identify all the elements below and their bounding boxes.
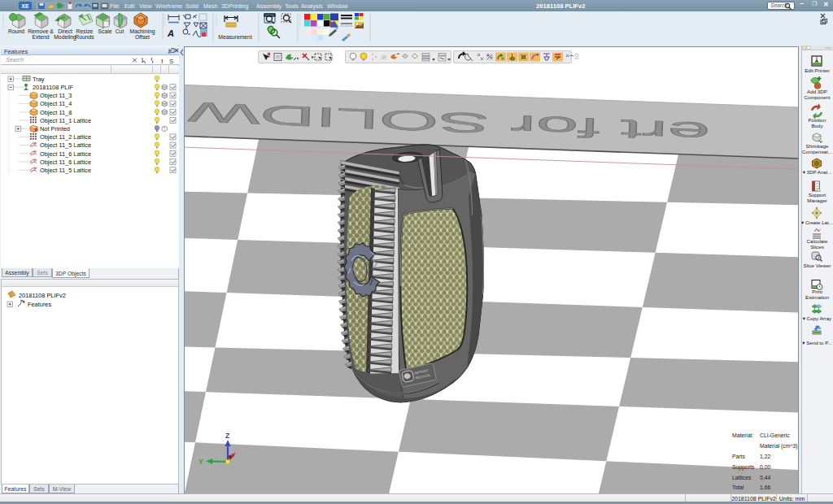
svg-text:Y: Y xyxy=(198,458,203,466)
svg-text:Object 11_5 Lattice: Object 11_5 Lattice xyxy=(40,167,91,174)
svg-text:CLI-Generic: CLI-Generic xyxy=(760,432,790,438)
svg-text:0,44: 0,44 xyxy=(760,475,770,480)
svg-text:Z: Z xyxy=(225,432,229,440)
svg-text:Object 11_2 Lattice: Object 11_2 Lattice xyxy=(40,133,91,141)
svg-text:Material:: Material: xyxy=(732,432,753,438)
svg-text:Total: Total xyxy=(732,484,744,490)
svg-text:Object 11_6 Lattice: Object 11_6 Lattice xyxy=(40,150,91,158)
svg-text:Tray: Tray xyxy=(33,76,45,83)
svg-text:Object 11_1 Lattice: Object 11_1 Lattice xyxy=(40,117,91,124)
svg-text:Object 11_8: Object 11_8 xyxy=(40,109,72,116)
svg-text:Parts: Parts xyxy=(732,454,745,459)
svg-text:Supports: Supports xyxy=(732,464,755,471)
svg-text:0,00: 0,00 xyxy=(760,464,770,470)
svg-text:20181108 PLIFv2: 20181108 PLIFv2 xyxy=(19,292,66,299)
svg-text:Material (cm^3): Material (cm^3) xyxy=(760,443,798,450)
svg-text:Object 11_4: Object 11_4 xyxy=(40,100,72,107)
svg-text:1,66: 1,66 xyxy=(760,484,770,490)
svg-text:Lattices: Lattices xyxy=(732,475,752,480)
svg-text:✓: ✓ xyxy=(818,228,822,232)
svg-text:Object 11_3: Object 11_3 xyxy=(40,92,72,99)
svg-text:Not Printed: Not Printed xyxy=(40,125,70,133)
svg-text:1,22: 1,22 xyxy=(760,454,770,459)
svg-text:20181108 PLIF: 20181108 PLIF xyxy=(33,84,73,91)
svg-text:Object 11_6 Lattice: Object 11_6 Lattice xyxy=(40,159,91,166)
svg-text:Object 11_5 Lattice: Object 11_5 Lattice xyxy=(40,141,91,149)
svg-text:Features: Features xyxy=(28,301,51,308)
